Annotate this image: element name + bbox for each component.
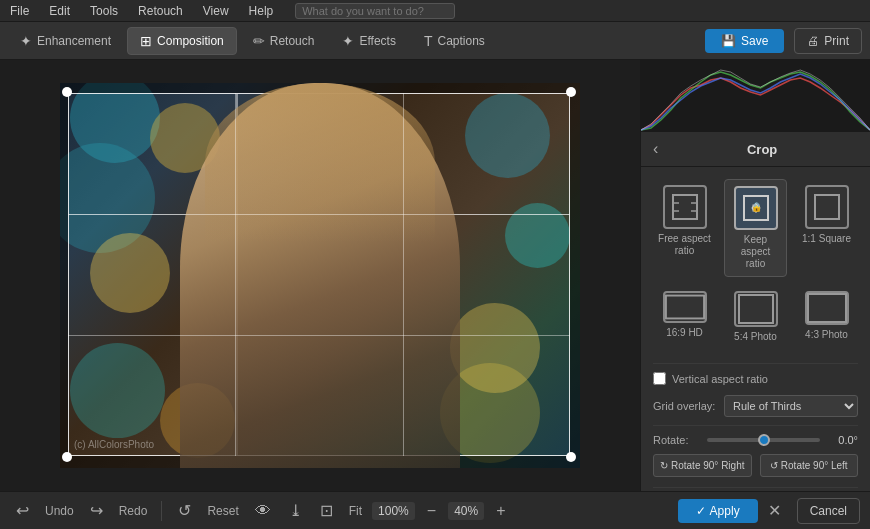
crop-handle-bl[interactable] xyxy=(62,452,72,462)
menu-view[interactable]: View xyxy=(199,2,233,20)
divider-3 xyxy=(653,487,858,488)
toolbar: ✦ Enhancement ⊞ Composition ✏ Retouch ✦ … xyxy=(0,22,870,60)
crop-option-photo43[interactable]: 4:3 Photo xyxy=(795,285,858,349)
main-area: (c) AllColorsPhoto ‹ Crop xyxy=(0,60,870,491)
hair-overlay xyxy=(205,83,435,243)
menu-tools[interactable]: Tools xyxy=(86,2,122,20)
retouch-icon: ✏ xyxy=(253,33,265,49)
crop-option-hd[interactable]: 16:9 HD xyxy=(653,285,716,349)
cancel-x-icon[interactable]: ✕ xyxy=(768,501,781,520)
crop-option-square[interactable]: 1:1 Square xyxy=(795,179,858,277)
histogram-area xyxy=(641,60,870,132)
canvas-area[interactable]: (c) AllColorsPhoto xyxy=(0,60,640,491)
cancel-button[interactable]: Cancel xyxy=(797,498,860,524)
redo-label: Redo xyxy=(115,501,152,521)
redo-button[interactable]: ↪ xyxy=(84,498,109,523)
crop-label-keep: Keep aspectratio xyxy=(729,234,782,270)
svg-rect-8 xyxy=(815,195,839,219)
save-label: Save xyxy=(741,34,768,48)
print-button[interactable]: 🖨 Print xyxy=(794,28,862,54)
svg-rect-9 xyxy=(665,296,703,319)
right-panel: ‹ Crop Free xyxy=(640,60,870,491)
captions-icon: T xyxy=(424,33,433,49)
zoom-level: 40% xyxy=(448,502,484,520)
vertical-aspect-row: Vertical aspect ratio xyxy=(653,372,858,385)
crop-grid-line-v2 xyxy=(403,93,404,456)
rotate-right-button[interactable]: ↻ Rotate 90° Right xyxy=(653,454,752,477)
rotate-slider-row: Rotate: 0.0° xyxy=(653,434,858,446)
divider-2 xyxy=(653,425,858,426)
crop-grid-line-h2 xyxy=(68,335,570,336)
crop-icon-square xyxy=(805,185,849,229)
crop-icon-photo43 xyxy=(805,291,849,325)
zoom-out-button[interactable]: − xyxy=(421,499,442,523)
rotate-right-label: Rotate 90° Right xyxy=(671,460,745,471)
rotate-value: 0.0° xyxy=(826,434,858,446)
zoom-in-button[interactable]: + xyxy=(490,499,511,523)
tab-composition-label: Composition xyxy=(157,34,224,48)
crop-option-keep[interactable]: 🔒 Keep aspectratio xyxy=(724,179,787,277)
svg-rect-11 xyxy=(808,294,846,322)
crop-icon-photo54 xyxy=(734,291,778,327)
zoom-percent: 100% xyxy=(372,502,415,520)
apply-label: Apply xyxy=(710,504,740,518)
tab-captions[interactable]: T Captions xyxy=(412,28,497,54)
histogram-chart xyxy=(641,60,870,132)
menu-search-input[interactable] xyxy=(295,3,455,19)
crop-option-free[interactable]: Free aspectratio xyxy=(653,179,716,277)
vertical-aspect-label: Vertical aspect ratio xyxy=(672,373,768,385)
crop-icon-keep: 🔒 xyxy=(734,186,778,230)
tab-captions-label: Captions xyxy=(438,34,485,48)
effects-icon: ✦ xyxy=(342,33,354,49)
crop-grid-line-h1 xyxy=(68,214,570,215)
reset-button[interactable]: ↺ xyxy=(172,498,197,523)
menu-help[interactable]: Help xyxy=(245,2,278,20)
svg-text:🔒: 🔒 xyxy=(750,201,762,213)
print-icon: 🖨 xyxy=(807,34,819,48)
panel-content: Free aspectratio 🔒 Keep aspectratio xyxy=(641,167,870,491)
menu-bar: File Edit Tools Retouch View Help xyxy=(0,0,870,22)
rotate-left-label: Rotate 90° Left xyxy=(781,460,848,471)
rotate-left-icon: ↺ xyxy=(770,460,778,471)
apply-check-icon: ✓ xyxy=(696,504,706,518)
watermark: (c) AllColorsPhoto xyxy=(74,439,154,450)
rotate-slider-track[interactable] xyxy=(707,438,820,442)
apply-button[interactable]: ✓ Apply xyxy=(678,499,758,523)
export-button[interactable]: ⤓ xyxy=(283,498,308,523)
crop-label-free: Free aspectratio xyxy=(658,233,711,257)
rotate-left-button[interactable]: ↺ Rotate 90° Left xyxy=(760,454,859,477)
divider-1 xyxy=(653,363,858,364)
preview-button[interactable]: 👁 xyxy=(249,499,277,523)
menu-file[interactable]: File xyxy=(6,2,33,20)
crop-grid-line-v1 xyxy=(235,93,236,456)
undo-button[interactable]: ↩ xyxy=(10,498,35,523)
bottom-bar: ↩ Undo ↪ Redo ↺ Reset 👁 ⤓ ⊡ Fit 100% − 4… xyxy=(0,491,870,529)
tab-retouch[interactable]: ✏ Retouch xyxy=(241,28,327,54)
reset-label: Reset xyxy=(203,501,242,521)
panel-title: Crop xyxy=(666,142,858,157)
tab-composition[interactable]: ⊞ Composition xyxy=(127,27,237,55)
menu-edit[interactable]: Edit xyxy=(45,2,74,20)
tab-enhancement[interactable]: ✦ Enhancement xyxy=(8,28,123,54)
save-button[interactable]: 💾 Save xyxy=(705,29,784,53)
crop-label-hd: 16:9 HD xyxy=(666,327,703,339)
tab-effects[interactable]: ✦ Effects xyxy=(330,28,407,54)
grid-overlay-row: Grid overlay: None Rule of Thirds Golden… xyxy=(653,395,858,417)
crop-option-photo54[interactable]: 5:4 Photo xyxy=(724,285,787,349)
crop-label-photo43: 4:3 Photo xyxy=(805,329,848,341)
fit-button[interactable]: ⊡ xyxy=(314,498,339,523)
crop-ratio-grid: Free aspectratio 🔒 Keep aspectratio xyxy=(653,179,858,349)
enhancement-icon: ✦ xyxy=(20,33,32,49)
tab-effects-label: Effects xyxy=(359,34,395,48)
crop-handle-tl[interactable] xyxy=(62,87,72,97)
crop-label-square: 1:1 Square xyxy=(802,233,851,245)
panel-back-button[interactable]: ‹ xyxy=(653,140,658,158)
vertical-aspect-checkbox[interactable] xyxy=(653,372,666,385)
tab-enhancement-label: Enhancement xyxy=(37,34,111,48)
panel-header: ‹ Crop xyxy=(641,132,870,167)
crop-handle-br[interactable] xyxy=(566,452,576,462)
grid-overlay-select[interactable]: None Rule of Thirds Golden Ratio Grid Di… xyxy=(724,395,858,417)
rotate-slider-thumb[interactable] xyxy=(758,434,770,446)
menu-retouch[interactable]: Retouch xyxy=(134,2,187,20)
crop-handle-tr[interactable] xyxy=(566,87,576,97)
